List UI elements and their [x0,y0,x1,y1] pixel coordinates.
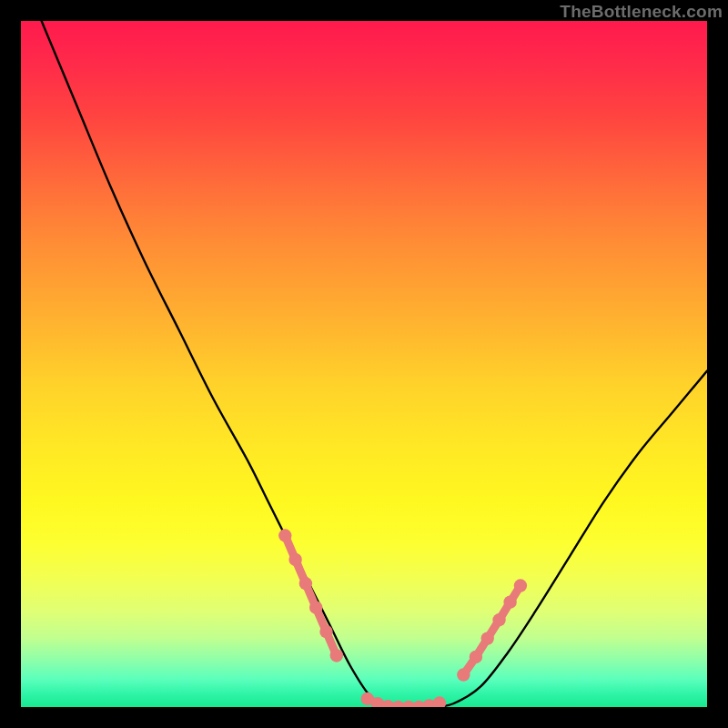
marker-dot [457,668,470,681]
marker-dot [278,529,291,541]
marker-dot [514,579,527,592]
chart-frame: TheBottleneck.com [0,0,728,728]
marker-dot [433,696,446,707]
marker-dot [309,601,322,613]
marker-dot [319,625,332,638]
watermark-text: TheBottleneck.com [560,2,723,22]
bottleneck-curve [21,21,707,707]
marker-dot [470,651,482,663]
marker-dot [299,577,312,590]
marker-dot [503,595,516,608]
marker-dot [492,613,505,626]
plot-area [21,21,707,707]
marker-dot [481,632,494,644]
marker-dot [330,649,343,662]
marker-dot [288,553,301,566]
